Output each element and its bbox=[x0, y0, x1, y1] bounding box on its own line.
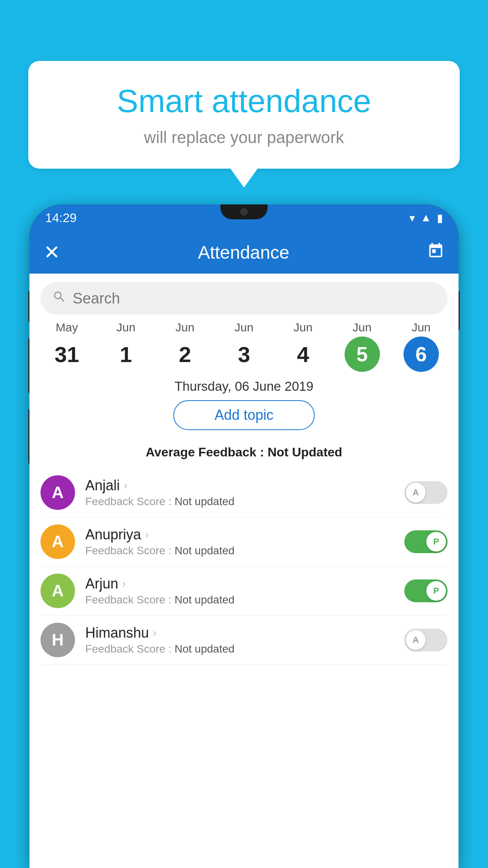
date-month: Jun bbox=[294, 321, 312, 334]
date-col[interactable]: Jun1 bbox=[96, 321, 155, 372]
student-item[interactable]: AAnupriya›Feedback Score : Not updatedP bbox=[40, 517, 448, 566]
search-input[interactable] bbox=[73, 290, 436, 307]
date-col[interactable]: Jun2 bbox=[156, 321, 215, 372]
student-feedback: Feedback Score : Not updated bbox=[85, 544, 394, 557]
student-item[interactable]: AAnjali›Feedback Score : Not updatedA bbox=[40, 468, 448, 517]
toolbar-title: Attendance bbox=[198, 242, 290, 263]
toggle-knob: A bbox=[406, 483, 426, 502]
avg-feedback-label: Average Feedback : bbox=[146, 445, 268, 459]
wifi-icon: ▾ bbox=[409, 211, 415, 224]
signal-icon: ▲ bbox=[420, 211, 431, 224]
student-avatar: A bbox=[40, 475, 75, 510]
toolbar: ✕ Attendance bbox=[29, 231, 459, 274]
date-day[interactable]: 3 bbox=[226, 337, 262, 372]
calendar-icon[interactable] bbox=[427, 242, 444, 263]
student-list: AAnjali›Feedback Score : Not updatedAAAn… bbox=[29, 468, 459, 665]
date-day[interactable]: 6 bbox=[404, 337, 439, 372]
date-day[interactable]: 4 bbox=[285, 337, 321, 372]
date-month: Jun bbox=[176, 321, 194, 334]
phone-frame: 14:29 ▾ ▲ ▮ ✕ Attendance May31 bbox=[29, 204, 459, 868]
date-col[interactable]: Jun3 bbox=[215, 321, 273, 372]
date-col[interactable]: Jun4 bbox=[273, 321, 332, 372]
student-avatar: A bbox=[40, 524, 75, 559]
chevron-icon: › bbox=[124, 479, 127, 492]
date-month: Jun bbox=[412, 321, 431, 334]
student-name: Anjali› bbox=[85, 477, 394, 494]
date-col[interactable]: Jun6 bbox=[392, 321, 451, 372]
close-button[interactable]: ✕ bbox=[44, 241, 60, 264]
date-day[interactable]: 1 bbox=[108, 337, 143, 372]
date-day[interactable]: 5 bbox=[345, 337, 380, 372]
notch bbox=[220, 204, 268, 219]
student-feedback: Feedback Score : Not updated bbox=[85, 594, 394, 606]
status-icons: ▾ ▲ ▮ bbox=[409, 211, 443, 224]
add-topic-button[interactable]: Add topic bbox=[173, 400, 315, 430]
student-name: Arjun› bbox=[85, 576, 394, 592]
search-bar[interactable] bbox=[40, 282, 448, 314]
toggle-knob: A bbox=[406, 630, 426, 650]
toggle-knob: P bbox=[426, 532, 446, 552]
student-avatar: H bbox=[40, 623, 75, 657]
student-item[interactable]: AArjun›Feedback Score : Not updatedP bbox=[40, 566, 448, 616]
battery-icon: ▮ bbox=[437, 211, 443, 224]
student-name: Himanshu› bbox=[85, 625, 394, 641]
student-info: Anupriya›Feedback Score : Not updated bbox=[85, 526, 394, 557]
date-col[interactable]: May31 bbox=[37, 321, 96, 372]
student-avatar: A bbox=[40, 574, 75, 608]
date-col[interactable]: Jun5 bbox=[332, 321, 391, 372]
avg-feedback-value: Not Updated bbox=[268, 445, 342, 459]
student-feedback: Feedback Score : Not updated bbox=[85, 643, 394, 655]
chevron-icon: › bbox=[122, 577, 126, 590]
date-month: May bbox=[56, 321, 78, 334]
attendance-toggle[interactable]: P bbox=[404, 530, 448, 553]
date-month: Jun bbox=[116, 321, 135, 334]
date-month: Jun bbox=[352, 321, 371, 334]
attendance-toggle[interactable]: A bbox=[404, 629, 448, 651]
selected-date-text: Thursday, 06 June 2019 bbox=[29, 379, 459, 394]
status-bar: 14:29 ▾ ▲ ▮ bbox=[29, 204, 459, 231]
student-info: Anjali›Feedback Score : Not updated bbox=[85, 477, 394, 508]
student-name: Anupriya› bbox=[85, 526, 394, 543]
date-day[interactable]: 2 bbox=[167, 337, 203, 372]
student-feedback: Feedback Score : Not updated bbox=[85, 495, 394, 508]
bubble-title: Smart attendance bbox=[52, 83, 436, 120]
chevron-icon: › bbox=[153, 627, 156, 639]
chevron-icon: › bbox=[145, 528, 149, 541]
student-item[interactable]: HHimanshu›Feedback Score : Not updatedA bbox=[40, 616, 448, 665]
toggle-knob: P bbox=[426, 581, 446, 601]
speech-bubble: Smart attendance will replace your paper… bbox=[28, 61, 460, 169]
avg-feedback: Average Feedback : Not Updated bbox=[29, 445, 459, 460]
date-month: Jun bbox=[235, 321, 253, 334]
camera-notch bbox=[240, 208, 248, 215]
phone-content: May31Jun1Jun2Jun3Jun4Jun5Jun6 Thursday, … bbox=[29, 274, 459, 868]
date-day[interactable]: 31 bbox=[49, 337, 84, 372]
student-info: Himanshu›Feedback Score : Not updated bbox=[85, 625, 394, 655]
student-info: Arjun›Feedback Score : Not updated bbox=[85, 576, 394, 606]
attendance-toggle[interactable]: A bbox=[404, 481, 448, 504]
status-time: 14:29 bbox=[45, 211, 77, 225]
bubble-subtitle: will replace your paperwork bbox=[52, 128, 436, 147]
search-icon bbox=[52, 290, 66, 307]
date-selector: May31Jun1Jun2Jun3Jun4Jun5Jun6 bbox=[29, 321, 459, 372]
attendance-toggle[interactable]: P bbox=[404, 579, 448, 602]
